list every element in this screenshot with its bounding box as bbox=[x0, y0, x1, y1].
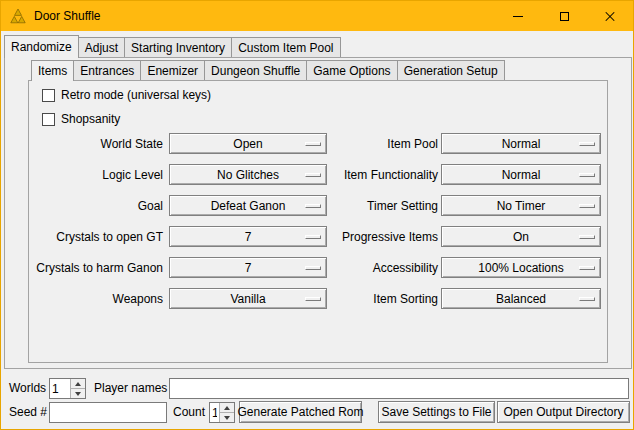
dropdown-value: On bbox=[513, 230, 529, 244]
item-functionality-dropdown[interactable]: Normal bbox=[441, 164, 601, 185]
worlds-spinner[interactable] bbox=[49, 378, 86, 399]
tab-starting-inventory[interactable]: Starting Inventory bbox=[124, 37, 232, 57]
spinner-arrows bbox=[219, 403, 234, 422]
spinner-up-button[interactable] bbox=[220, 403, 234, 412]
progressive-items-dropdown[interactable]: On bbox=[441, 226, 601, 247]
tab-enemizer[interactable]: Enemizer bbox=[140, 60, 205, 80]
tab-items[interactable]: Items bbox=[31, 60, 74, 81]
field-label: World State bbox=[31, 137, 163, 151]
tab-generation-setup[interactable]: Generation Setup bbox=[397, 60, 505, 80]
tab-dungeon-shuffle[interactable]: Dungeon Shuffle bbox=[204, 60, 307, 80]
dropdown-value: 100% Locations bbox=[478, 261, 563, 275]
spinner-up-button[interactable] bbox=[71, 379, 85, 388]
dropdown-value: No Timer bbox=[497, 199, 546, 213]
field-item-pool: Item Pool Normal bbox=[301, 133, 601, 154]
app-window: Door Shuffle Randomize Adjust Starting I… bbox=[0, 0, 634, 430]
maximize-icon bbox=[560, 12, 569, 21]
count-spinner[interactable] bbox=[209, 402, 235, 423]
field-label: Goal bbox=[31, 199, 163, 213]
spinner-up-icon bbox=[75, 382, 81, 386]
save-settings-button[interactable]: Save Settings to File bbox=[378, 401, 495, 423]
dropdown-value: Normal bbox=[502, 137, 541, 151]
seed-label: Seed # bbox=[9, 402, 47, 423]
field-label: Weapons bbox=[31, 292, 163, 306]
field-crystals-gt: Crystals to open GT 7 bbox=[31, 226, 327, 247]
tab-label: Entrances bbox=[80, 64, 134, 78]
field-goal: Goal Defeat Ganon bbox=[31, 195, 327, 216]
dropdown-indicator-icon bbox=[579, 266, 595, 270]
dropdown-indicator-icon bbox=[579, 297, 595, 301]
tab-custom-item-pool[interactable]: Custom Item Pool bbox=[231, 37, 340, 57]
dropdown-value: Vanilla bbox=[230, 292, 265, 306]
generate-patched-rom-button[interactable]: Generate Patched Rom bbox=[239, 401, 362, 423]
tab-label: Game Options bbox=[313, 64, 390, 78]
item-pool-dropdown[interactable]: Normal bbox=[441, 133, 601, 154]
field-accessibility: Accessibility 100% Locations bbox=[301, 257, 601, 278]
dropdown-indicator-icon bbox=[579, 204, 595, 208]
dropdown-value: 7 bbox=[245, 261, 252, 275]
dropdown-value: Normal bbox=[502, 168, 541, 182]
secondary-tab-bar: Items Entrances Enemizer Dungeon Shuffle… bbox=[31, 59, 504, 80]
checkbox-label: Shopsanity bbox=[61, 112, 120, 126]
seed-input[interactable] bbox=[49, 402, 167, 423]
tab-label: Enemizer bbox=[147, 64, 198, 78]
spinner-down-button[interactable] bbox=[220, 412, 234, 422]
checkbox-box[interactable] bbox=[42, 113, 55, 126]
dropdown-indicator-icon bbox=[579, 173, 595, 177]
field-label: Item Functionality bbox=[301, 168, 438, 182]
tab-randomize[interactable]: Randomize bbox=[4, 35, 79, 58]
worlds-spinner-value[interactable] bbox=[50, 379, 70, 398]
field-timer-setting: Timer Setting No Timer bbox=[301, 195, 601, 216]
primary-tab-bar: Randomize Adjust Starting Inventory Cust… bbox=[4, 34, 340, 57]
field-label: Crystals to harm Ganon bbox=[31, 261, 163, 275]
field-progressive-items: Progressive Items On bbox=[301, 226, 601, 247]
tab-game-options[interactable]: Game Options bbox=[306, 60, 397, 80]
field-label: Item Pool bbox=[301, 137, 438, 151]
spinner-down-icon bbox=[224, 416, 230, 420]
item-sorting-dropdown[interactable]: Balanced bbox=[441, 288, 601, 309]
minimize-button[interactable] bbox=[495, 1, 541, 31]
worlds-label: Worlds bbox=[9, 378, 46, 399]
retro-mode-checkbox[interactable]: Retro mode (universal keys) bbox=[42, 88, 211, 102]
timer-setting-dropdown[interactable]: No Timer bbox=[441, 195, 601, 216]
spinner-up-icon bbox=[224, 406, 230, 410]
field-world-state: World State Open bbox=[31, 133, 327, 154]
tab-label: Randomize bbox=[11, 40, 72, 54]
shopsanity-checkbox[interactable]: Shopsanity bbox=[42, 112, 120, 126]
tab-label: Adjust bbox=[85, 41, 118, 55]
field-label: Accessibility bbox=[301, 261, 438, 275]
close-button[interactable] bbox=[587, 1, 633, 31]
field-label: Timer Setting bbox=[301, 199, 438, 213]
options-column-right: Item Pool Normal Item Functionality Norm… bbox=[301, 133, 601, 319]
checkbox-box[interactable] bbox=[42, 89, 55, 102]
dropdown-indicator-icon bbox=[579, 142, 595, 146]
dropdown-value: Balanced bbox=[496, 292, 546, 306]
title-bar: Door Shuffle bbox=[1, 1, 633, 31]
checkbox-label: Retro mode (universal keys) bbox=[61, 88, 211, 102]
dropdown-value: Defeat Ganon bbox=[211, 199, 286, 213]
triforce-icon bbox=[10, 8, 26, 24]
count-spinner-value[interactable] bbox=[210, 403, 219, 422]
accessibility-dropdown[interactable]: 100% Locations bbox=[441, 257, 601, 278]
dropdown-indicator-icon bbox=[579, 235, 595, 239]
dropdown-value: No Glitches bbox=[217, 168, 279, 182]
tab-label: Dungeon Shuffle bbox=[211, 64, 300, 78]
window-title: Door Shuffle bbox=[34, 9, 495, 23]
field-label: Logic Level bbox=[31, 168, 163, 182]
spinner-down-button[interactable] bbox=[71, 388, 85, 398]
open-output-directory-button[interactable]: Open Output Directory bbox=[497, 401, 630, 423]
spinner-arrows bbox=[70, 379, 85, 398]
tab-label: Generation Setup bbox=[404, 64, 498, 78]
minimize-icon bbox=[513, 16, 523, 17]
tab-adjust[interactable]: Adjust bbox=[78, 37, 125, 57]
player-names-input[interactable] bbox=[169, 378, 629, 399]
tab-entrances[interactable]: Entrances bbox=[73, 60, 141, 80]
dropdown-value: Open bbox=[233, 137, 262, 151]
count-label: Count bbox=[173, 402, 205, 423]
dropdown-value: 7 bbox=[245, 230, 252, 244]
field-label: Item Sorting bbox=[301, 292, 438, 306]
maximize-button[interactable] bbox=[541, 1, 587, 31]
field-crystals-ganon: Crystals to harm Ganon 7 bbox=[31, 257, 327, 278]
tab-label: Items bbox=[38, 64, 67, 78]
field-label: Crystals to open GT bbox=[31, 230, 163, 244]
